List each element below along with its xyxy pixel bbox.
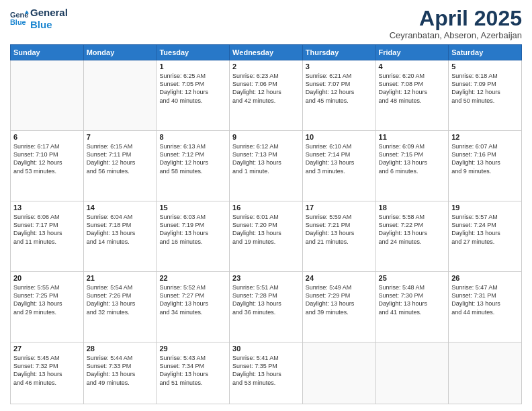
logo-general: General <box>30 7 68 19</box>
page: General Blue General Blue April 2025 Cey… <box>0 0 532 411</box>
location: Ceyranbatan, Abseron, Azerbaijan <box>390 30 522 40</box>
calendar-cell: 29Sunrise: 5:43 AM Sunset: 7:34 PM Dayli… <box>157 342 230 404</box>
day-number: 3 <box>306 62 373 71</box>
day-info: Sunrise: 5:55 AM Sunset: 7:25 PM Dayligh… <box>13 283 81 316</box>
weekday-header: Monday <box>83 45 157 60</box>
day-info: Sunrise: 6:17 AM Sunset: 7:10 PM Dayligh… <box>13 142 81 175</box>
day-info: Sunrise: 6:01 AM Sunset: 7:20 PM Dayligh… <box>232 213 300 246</box>
day-info: Sunrise: 6:23 AM Sunset: 7:06 PM Dayligh… <box>232 72 300 105</box>
calendar-cell: 19Sunrise: 5:57 AM Sunset: 7:24 PM Dayli… <box>449 201 522 272</box>
weekday-header: Friday <box>375 45 449 60</box>
day-info: Sunrise: 6:04 AM Sunset: 7:18 PM Dayligh… <box>87 213 154 246</box>
calendar-cell: 4Sunrise: 6:20 AM Sunset: 7:08 PM Daylig… <box>375 60 449 131</box>
calendar-cell: 6Sunrise: 6:17 AM Sunset: 7:10 PM Daylig… <box>11 131 84 201</box>
calendar-cell: 9Sunrise: 6:12 AM Sunset: 7:13 PM Daylig… <box>230 131 303 201</box>
day-info: Sunrise: 6:25 AM Sunset: 7:05 PM Dayligh… <box>159 72 226 105</box>
day-info: Sunrise: 5:43 AM Sunset: 7:34 PM Dayligh… <box>159 354 226 387</box>
calendar-cell: 1Sunrise: 6:25 AM Sunset: 7:05 PM Daylig… <box>157 60 230 131</box>
calendar-cell: 13Sunrise: 6:06 AM Sunset: 7:17 PM Dayli… <box>11 201 84 272</box>
day-number: 23 <box>232 274 300 282</box>
day-number: 29 <box>159 345 226 353</box>
day-info: Sunrise: 6:07 AM Sunset: 7:16 PM Dayligh… <box>451 142 519 175</box>
day-info: Sunrise: 6:12 AM Sunset: 7:13 PM Dayligh… <box>232 142 300 175</box>
day-number: 15 <box>159 203 226 212</box>
day-number: 24 <box>306 274 373 282</box>
weekday-header: Sunday <box>11 45 84 60</box>
calendar-cell: 11Sunrise: 6:09 AM Sunset: 7:15 PM Dayli… <box>375 131 449 201</box>
day-info: Sunrise: 6:21 AM Sunset: 7:07 PM Dayligh… <box>306 72 373 105</box>
day-number: 2 <box>232 62 300 71</box>
month-title: April 2025 <box>390 7 522 30</box>
calendar-cell: 28Sunrise: 5:44 AM Sunset: 7:33 PM Dayli… <box>83 342 157 404</box>
day-number: 19 <box>451 203 519 212</box>
calendar-cell: 7Sunrise: 6:15 AM Sunset: 7:11 PM Daylig… <box>83 131 157 201</box>
day-info: Sunrise: 6:13 AM Sunset: 7:12 PM Dayligh… <box>159 142 226 175</box>
day-info: Sunrise: 6:18 AM Sunset: 7:09 PM Dayligh… <box>451 72 519 105</box>
calendar-week-row: 20Sunrise: 5:55 AM Sunset: 7:25 PM Dayli… <box>11 272 522 342</box>
calendar-cell: 12Sunrise: 6:07 AM Sunset: 7:16 PM Dayli… <box>449 131 522 201</box>
calendar-cell: 23Sunrise: 5:51 AM Sunset: 7:28 PM Dayli… <box>230 272 303 342</box>
day-info: Sunrise: 6:06 AM Sunset: 7:17 PM Dayligh… <box>13 213 81 246</box>
day-number: 11 <box>379 133 446 141</box>
calendar-cell: 2Sunrise: 6:23 AM Sunset: 7:06 PM Daylig… <box>230 60 303 131</box>
day-info: Sunrise: 5:49 AM Sunset: 7:29 PM Dayligh… <box>306 283 373 316</box>
calendar-cell: 22Sunrise: 5:52 AM Sunset: 7:27 PM Dayli… <box>157 272 230 342</box>
day-info: Sunrise: 6:20 AM Sunset: 7:08 PM Dayligh… <box>379 72 446 105</box>
calendar-cell: 24Sunrise: 5:49 AM Sunset: 7:29 PM Dayli… <box>302 272 375 342</box>
day-info: Sunrise: 5:41 AM Sunset: 7:35 PM Dayligh… <box>232 354 300 387</box>
calendar-cell: 21Sunrise: 5:54 AM Sunset: 7:26 PM Dayli… <box>83 272 157 342</box>
day-info: Sunrise: 5:52 AM Sunset: 7:27 PM Dayligh… <box>159 283 226 316</box>
weekday-header: Saturday <box>449 45 522 60</box>
calendar-cell <box>449 342 522 404</box>
calendar-cell: 20Sunrise: 5:55 AM Sunset: 7:25 PM Dayli… <box>11 272 84 342</box>
day-number: 12 <box>451 133 519 141</box>
day-info: Sunrise: 6:15 AM Sunset: 7:11 PM Dayligh… <box>87 142 154 175</box>
day-info: Sunrise: 5:59 AM Sunset: 7:21 PM Dayligh… <box>306 213 373 246</box>
calendar-cell: 26Sunrise: 5:47 AM Sunset: 7:31 PM Dayli… <box>449 272 522 342</box>
day-info: Sunrise: 6:09 AM Sunset: 7:15 PM Dayligh… <box>379 142 446 175</box>
day-info: Sunrise: 5:48 AM Sunset: 7:30 PM Dayligh… <box>379 283 446 316</box>
calendar-cell: 5Sunrise: 6:18 AM Sunset: 7:09 PM Daylig… <box>449 60 522 131</box>
day-number: 5 <box>451 62 519 71</box>
day-number: 9 <box>232 133 300 141</box>
day-number: 28 <box>87 345 154 353</box>
day-info: Sunrise: 5:44 AM Sunset: 7:33 PM Dayligh… <box>87 354 154 387</box>
day-number: 25 <box>379 274 446 282</box>
day-number: 18 <box>379 203 446 212</box>
day-number: 26 <box>451 274 519 282</box>
day-info: Sunrise: 5:47 AM Sunset: 7:31 PM Dayligh… <box>451 283 519 316</box>
calendar-cell: 8Sunrise: 6:13 AM Sunset: 7:12 PM Daylig… <box>157 131 230 201</box>
calendar-header-row: SundayMondayTuesdayWednesdayThursdayFrid… <box>11 45 522 60</box>
calendar-cell <box>83 60 157 131</box>
logo-blue: Blue <box>30 19 68 31</box>
logo-icon: General Blue <box>10 9 29 28</box>
day-number: 30 <box>232 345 300 353</box>
day-number: 6 <box>13 133 81 141</box>
day-number: 21 <box>87 274 154 282</box>
calendar-cell: 25Sunrise: 5:48 AM Sunset: 7:30 PM Dayli… <box>375 272 449 342</box>
header: General Blue General Blue April 2025 Cey… <box>10 7 522 40</box>
calendar-week-row: 6Sunrise: 6:17 AM Sunset: 7:10 PM Daylig… <box>11 131 522 201</box>
calendar-cell <box>11 60 84 131</box>
day-number: 1 <box>159 62 226 71</box>
calendar-cell: 15Sunrise: 6:03 AM Sunset: 7:19 PM Dayli… <box>157 201 230 272</box>
calendar-cell: 14Sunrise: 6:04 AM Sunset: 7:18 PM Dayli… <box>83 201 157 272</box>
weekday-header: Tuesday <box>157 45 230 60</box>
calendar-week-row: 27Sunrise: 5:45 AM Sunset: 7:32 PM Dayli… <box>11 342 522 404</box>
title-block: April 2025 Ceyranbatan, Abseron, Azerbai… <box>390 7 522 40</box>
day-number: 8 <box>159 133 226 141</box>
day-info: Sunrise: 5:45 AM Sunset: 7:32 PM Dayligh… <box>13 354 81 387</box>
calendar-cell: 17Sunrise: 5:59 AM Sunset: 7:21 PM Dayli… <box>302 201 375 272</box>
svg-text:Blue: Blue <box>10 18 26 26</box>
day-info: Sunrise: 6:03 AM Sunset: 7:19 PM Dayligh… <box>159 213 226 246</box>
calendar-cell: 3Sunrise: 6:21 AM Sunset: 7:07 PM Daylig… <box>302 60 375 131</box>
day-number: 4 <box>379 62 446 71</box>
day-info: Sunrise: 5:54 AM Sunset: 7:26 PM Dayligh… <box>87 283 154 316</box>
day-number: 10 <box>306 133 373 141</box>
calendar-cell <box>302 342 375 404</box>
calendar-cell <box>375 342 449 404</box>
day-info: Sunrise: 6:10 AM Sunset: 7:14 PM Dayligh… <box>306 142 373 175</box>
day-number: 16 <box>232 203 300 212</box>
day-info: Sunrise: 5:51 AM Sunset: 7:28 PM Dayligh… <box>232 283 300 316</box>
calendar-table: SundayMondayTuesdayWednesdayThursdayFrid… <box>10 44 522 404</box>
